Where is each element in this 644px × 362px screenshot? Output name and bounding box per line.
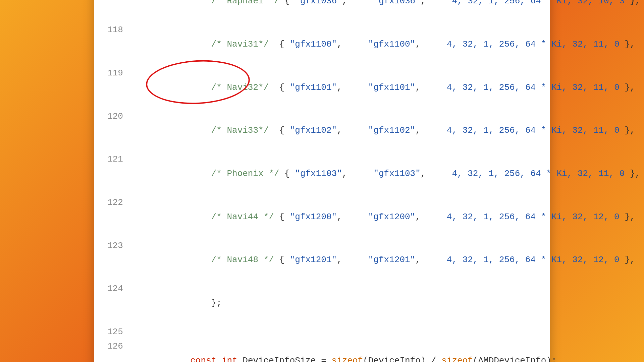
line-number: 126 (107, 339, 127, 354)
code-block: 117 /* Raphael */ { "gfx1036", "gfx1036"… (107, 0, 537, 362)
line-number: 125 (107, 325, 127, 339)
code-line-119: 119 /* Navi32*/ { "gfx1101", "gfx1101", … (107, 66, 537, 109)
line-number: 121 (107, 152, 127, 167)
line-content: /* Navi33*/ { "gfx1102", "gfx1102", 4, 3… (127, 109, 635, 153)
line-number: 123 (107, 239, 127, 253)
code-line-117: 117 /* Raphael */ { "gfx1036", "gfx1036"… (107, 0, 537, 23)
line-content: /* Navi48 */ { "gfx1201", "gfx1201", 4, … (127, 239, 635, 282)
line-content: /* Raphael */ { "gfx1036", "gfx1036", 4,… (127, 0, 640, 23)
line-content (127, 325, 537, 339)
line-content: }; (127, 282, 537, 325)
code-line-121: 121 /* Phoenix */ { "gfx1103", "gfx1103"… (107, 152, 537, 195)
line-number: 118 (107, 23, 127, 37)
code-container: 117 /* Raphael */ { "gfx1036", "gfx1036"… (94, 0, 550, 362)
line-content: /* Phoenix */ { "gfx1103", "gfx1103", 4,… (127, 152, 640, 195)
code-line-126: 126 const int DeviceInfoSize = sizeof(De… (107, 339, 537, 362)
code-line-122: 122 /* Navi44 */ { "gfx1200", "gfx1200",… (107, 195, 537, 239)
line-content: const int DeviceInfoSize = sizeof(Device… (127, 339, 556, 362)
line-content: /* Navi44 */ { "gfx1200", "gfx1200", 4, … (127, 195, 635, 239)
code-line-125: 125 (107, 325, 537, 339)
code-line-123: 123 /* Navi48 */ { "gfx1201", "gfx1201",… (107, 239, 537, 282)
code-line-118: 118 /* Navi31*/ { "gfx1100", "gfx1100", … (107, 23, 537, 66)
line-content: /* Navi32*/ { "gfx1101", "gfx1101", 4, 3… (127, 66, 635, 109)
line-number: 119 (107, 66, 127, 80)
code-line-124: 124 }; (107, 282, 537, 325)
line-number: 120 (107, 109, 127, 124)
code-line-120: 120 /* Navi33*/ { "gfx1102", "gfx1102", … (107, 109, 537, 153)
line-number: 124 (107, 282, 127, 296)
line-content: /* Navi31*/ { "gfx1100", "gfx1100", 4, 3… (127, 23, 635, 66)
line-number: 122 (107, 195, 127, 210)
